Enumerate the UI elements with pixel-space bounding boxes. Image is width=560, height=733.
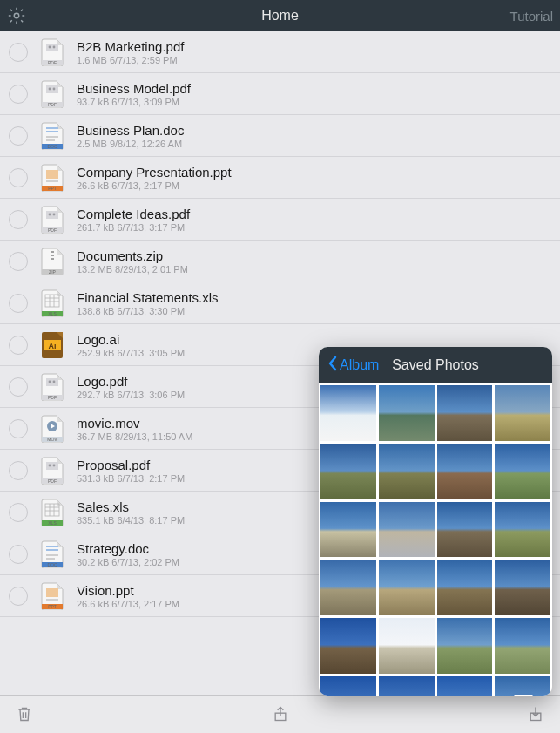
file-type-icon: PPT [40, 581, 64, 611]
file-row[interactable]: PDF Business Model.pdf 93.7 kB 6/7/13, 3… [0, 73, 560, 115]
photo-thumb[interactable] [320, 618, 376, 674]
svg-point-51 [49, 464, 51, 466]
svg-point-23 [53, 213, 56, 215]
photo-thumb[interactable] [320, 444, 376, 499]
select-radio[interactable] [9, 85, 28, 104]
file-row[interactable]: PDF Complete Ideas.pdf 261.7 kB 6/7/13, … [0, 199, 560, 241]
file-info: Documents.zip 13.2 MB 8/29/13, 2:01 PM [77, 248, 188, 275]
file-type-icon: ZIP [40, 247, 64, 276]
svg-text:PDF: PDF [48, 478, 57, 484]
photo-picker-popover: Album Saved Photos [319, 347, 552, 696]
photo-thumb[interactable] [437, 676, 493, 696]
photo-thumb[interactable] [379, 502, 435, 558]
select-radio[interactable] [9, 252, 28, 271]
svg-text:PDF: PDF [48, 102, 57, 107]
svg-point-0 [14, 13, 19, 18]
photo-thumb[interactable] [320, 385, 376, 441]
photo-thumb[interactable] [495, 676, 550, 696]
svg-rect-68 [46, 588, 58, 597]
file-meta: 1.6 MB 6/7/13, 2:59 PM [77, 55, 184, 65]
gear-icon[interactable] [7, 6, 26, 25]
chevron-left-icon [327, 356, 338, 375]
file-row[interactable]: ZIP Documents.zip 13.2 MB 8/29/13, 2:01 … [0, 241, 560, 282]
select-radio[interactable] [9, 336, 28, 355]
svg-rect-11 [46, 127, 58, 129]
file-meta: 93.7 kB 6/7/13, 3:09 PM [77, 97, 191, 107]
download-icon[interactable] [527, 705, 544, 724]
file-meta: 292.7 kB 6/7/13, 3:06 PM [77, 390, 185, 400]
select-radio[interactable] [9, 43, 28, 62]
file-meta: 30.2 kB 6/7/13, 2:02 PM [77, 557, 179, 567]
file-info: Business Model.pdf 93.7 kB 6/7/13, 3:09 … [77, 81, 191, 107]
file-name: Sales.xls [77, 499, 185, 514]
file-name: Business Model.pdf [77, 81, 191, 96]
file-type-icon: XLS [40, 498, 64, 527]
select-radio[interactable] [9, 461, 28, 480]
share-icon[interactable] [272, 705, 289, 724]
photo-thumb[interactable] [495, 385, 550, 441]
photo-thumb[interactable] [437, 618, 493, 674]
photo-thumb[interactable] [320, 676, 376, 696]
file-name: Logo.ai [77, 332, 185, 347]
file-info: Company Presentation.ppt 26.6 kB 6/7/13,… [77, 165, 232, 191]
file-row[interactable]: XLS Financial Statements.xls 138.8 kB 6/… [0, 282, 560, 324]
photo-thumb[interactable] [320, 560, 376, 615]
file-name: Vision.ppt [77, 583, 179, 598]
select-radio[interactable] [9, 168, 28, 187]
svg-rect-1 [46, 44, 58, 51]
file-type-icon: PDF [40, 456, 64, 485]
svg-point-52 [53, 464, 56, 466]
svg-point-43 [53, 380, 56, 383]
svg-point-8 [53, 87, 56, 90]
photo-thumb[interactable] [379, 385, 435, 441]
select-radio[interactable] [9, 377, 28, 397]
back-button[interactable]: Album [327, 356, 379, 375]
photo-thumb[interactable] [379, 444, 435, 499]
photo-thumb[interactable] [495, 444, 550, 499]
file-type-icon: PDF [40, 79, 64, 109]
svg-rect-28 [51, 258, 54, 260]
svg-rect-17 [46, 170, 58, 179]
trash-icon[interactable] [16, 705, 33, 724]
select-radio[interactable] [9, 294, 28, 313]
photo-thumb[interactable] [320, 502, 376, 558]
file-info: Strategy.doc 30.2 kB 6/7/13, 2:02 PM [77, 541, 179, 567]
select-radio[interactable] [9, 210, 28, 229]
svg-text:MOV: MOV [47, 437, 57, 442]
svg-rect-18 [46, 180, 58, 182]
bottom-toolbar [0, 695, 560, 733]
svg-text:XLS: XLS [48, 311, 57, 316]
photo-thumb[interactable] [379, 676, 435, 696]
file-meta: 261.7 kB 6/7/13, 3:17 PM [77, 222, 190, 233]
file-name: Proposal.pdf [77, 458, 185, 472]
file-meta: 13.2 MB 8/29/13, 2:01 PM [77, 264, 188, 275]
photo-thumb[interactable] [437, 560, 493, 615]
svg-rect-69 [46, 599, 58, 601]
file-row[interactable]: PPT Company Presentation.ppt 26.6 kB 6/7… [0, 157, 560, 199]
photo-thumb[interactable] [437, 502, 493, 558]
photo-thumb[interactable] [495, 618, 550, 674]
select-radio[interactable] [9, 587, 28, 606]
file-info: movie.mov 36.7 MB 8/29/13, 11:50 AM [77, 416, 192, 442]
photo-thumb[interactable] [437, 385, 493, 441]
svg-text:PDF: PDF [48, 60, 57, 65]
back-label: Album [340, 357, 379, 373]
svg-text:XLS: XLS [48, 520, 57, 526]
photo-thumb[interactable] [495, 502, 550, 558]
file-row[interactable]: PDF B2B Marketing.pdf 1.6 MB 6/7/13, 2:5… [0, 31, 560, 73]
svg-text:DOC: DOC [47, 562, 57, 567]
select-radio[interactable] [9, 126, 28, 146]
photo-thumb[interactable] [437, 444, 493, 499]
file-meta: 26.6 kB 6/7/13, 2:17 PM [77, 180, 232, 191]
file-name: Complete Ideas.pdf [77, 207, 190, 221]
select-radio[interactable] [9, 419, 28, 438]
select-radio[interactable] [9, 545, 28, 564]
photo-thumb[interactable] [495, 560, 550, 615]
photo-thumb[interactable] [379, 560, 435, 615]
file-type-icon: DOC [40, 540, 64, 569]
tutorial-link[interactable]: Tutorial [510, 9, 553, 24]
file-row[interactable]: DOC Business Plan.doc 2.5 MB 9/8/12, 12:… [0, 115, 560, 157]
file-type-icon: DOC [40, 121, 64, 151]
photo-thumb[interactable] [379, 618, 435, 674]
select-radio[interactable] [9, 503, 28, 522]
